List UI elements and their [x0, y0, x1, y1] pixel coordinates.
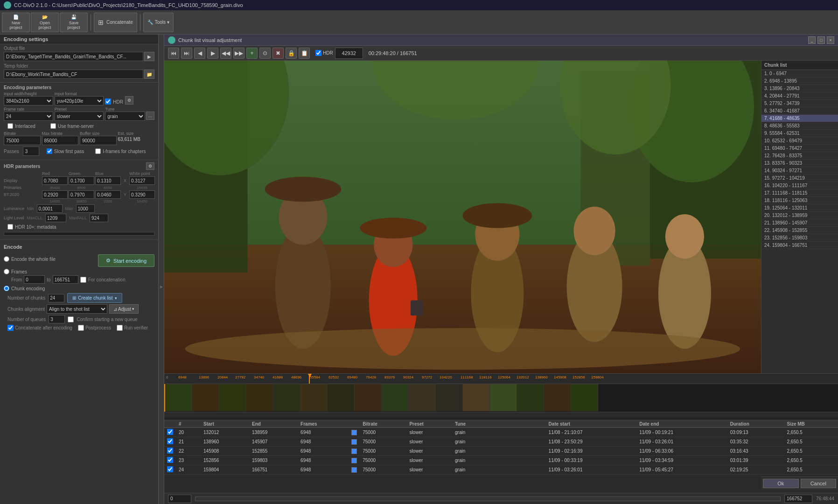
- chunk-list-item-20[interactable]: 20. 132012 - 138959: [761, 212, 838, 219]
- row-checkbox-2[interactable]: [167, 448, 173, 454]
- chunk-list-item-1[interactable]: 1. 0 - 6947: [761, 70, 838, 77]
- chunk-list-item-17[interactable]: 17. 111168 - 118115: [761, 189, 838, 197]
- tune-extra-button[interactable]: …: [146, 112, 154, 120]
- i-frames-checkbox[interactable]: [95, 148, 101, 154]
- frames-radio[interactable]: [4, 269, 9, 274]
- timeline-scrollbar[interactable]: [164, 412, 838, 418]
- chunk-list-item-12[interactable]: 12. 76428 - 83375: [761, 152, 838, 160]
- input-format-select[interactable]: yuv420p10le: [55, 96, 104, 105]
- green-x-input[interactable]: [69, 176, 94, 185]
- goto-first-button[interactable]: ⏮: [168, 48, 179, 59]
- window-maximize-button[interactable]: □: [817, 36, 825, 44]
- chunk-list-item-24[interactable]: 24. 159804 - 166751: [761, 242, 838, 249]
- output-file-browse-button[interactable]: ▶: [144, 52, 154, 61]
- row-checkbox-3[interactable]: [167, 457, 173, 463]
- table-row[interactable]: 24 159804 166751 6948 75000 slower grain…: [164, 465, 838, 475]
- chunk-list-item-4[interactable]: 4. 20844 - 27791: [761, 92, 838, 100]
- chunk-list-item-21[interactable]: 21. 138960 - 145907: [761, 219, 838, 227]
- adjust-button[interactable]: ⊿ Adjust ▾: [109, 304, 139, 314]
- new-project-button[interactable]: 📄 New project: [2, 13, 30, 32]
- chunk-radio[interactable]: [4, 286, 9, 291]
- chunk-list-item-3[interactable]: 3. 13896 - 20843: [761, 85, 838, 92]
- window-close-button[interactable]: ×: [827, 36, 834, 44]
- frame-server-checkbox[interactable]: [50, 123, 56, 129]
- row-checkbox-0[interactable]: [167, 429, 173, 435]
- preset-select[interactable]: slower: [55, 112, 104, 121]
- chunk-list-item-14[interactable]: 14. 90324 - 97271: [761, 167, 838, 175]
- chunk-list-item-22[interactable]: 22. 145908 - 152855: [761, 227, 838, 234]
- concat-after-checkbox[interactable]: [7, 325, 14, 331]
- prev-chunk-button[interactable]: ◀◀: [220, 48, 231, 59]
- player-hdr-checkbox[interactable]: [315, 50, 321, 56]
- postprocess-checkbox[interactable]: [78, 325, 84, 331]
- output-file-input[interactable]: [4, 52, 143, 61]
- prev-frame-button[interactable]: ◀: [194, 48, 205, 59]
- tune-select[interactable]: grain: [105, 112, 145, 121]
- goto-last-button[interactable]: ⏭: [181, 48, 192, 59]
- slow-first-pass-checkbox[interactable]: [47, 148, 52, 154]
- open-project-button[interactable]: 📂 Open project: [31, 13, 59, 32]
- copy-button[interactable]: ⊙: [259, 48, 271, 59]
- timeline-numbers-bar[interactable]: 0 6948 13896 20844 27792 34740 41688 486…: [164, 374, 838, 384]
- num-chunks-input[interactable]: [48, 294, 64, 302]
- to-input[interactable]: [53, 275, 78, 284]
- concatenate-button[interactable]: ⊞ Concatenate: [94, 13, 137, 32]
- next-chunk-button[interactable]: ▶▶: [233, 48, 244, 59]
- input-size-select[interactable]: 3840x2160: [4, 96, 53, 105]
- confirm-start-checkbox[interactable]: [68, 316, 74, 322]
- row-checkbox-1[interactable]: [167, 438, 173, 444]
- blue-x-input[interactable]: [95, 176, 121, 185]
- save-project-button[interactable]: 💾 Save project: [60, 13, 88, 32]
- white-x-input[interactable]: [129, 176, 155, 185]
- chunk-list-item-10[interactable]: 10. 62532 - 69479: [761, 137, 838, 145]
- chunk-list-item-6[interactable]: 6. 34740 - 41687: [761, 107, 838, 115]
- bottom-scrollbar[interactable]: [195, 497, 781, 501]
- maxfall-input[interactable]: [90, 214, 108, 222]
- lum-min-input[interactable]: [37, 204, 63, 213]
- run-verifier-checkbox[interactable]: [117, 325, 123, 331]
- table-row[interactable]: 23 152856 159803 6948 75000 slower grain…: [164, 456, 838, 465]
- hdr10-checkbox[interactable]: [7, 224, 13, 230]
- table-row[interactable]: 22 145908 152855 6948 75000 slower grain…: [164, 447, 838, 456]
- add-marker-button[interactable]: +: [246, 48, 258, 59]
- for-concat-checkbox[interactable]: [80, 277, 86, 283]
- chunk-list-item-11[interactable]: 11. 69480 - 76427: [761, 145, 838, 152]
- temp-folder-input[interactable]: [4, 70, 143, 79]
- chunk-list-item-8[interactable]: 8. 48636 - 55583: [761, 122, 838, 130]
- passes-input[interactable]: [23, 147, 39, 156]
- delete-marker-button[interactable]: ✖: [272, 48, 284, 59]
- red-y-input[interactable]: [42, 190, 68, 199]
- bottom-start-input[interactable]: [168, 495, 191, 503]
- chunk-list-item-2[interactable]: 2. 6948 - 13895: [761, 77, 838, 85]
- list-view-button[interactable]: 📋: [299, 48, 310, 59]
- green-y-input[interactable]: [69, 190, 94, 199]
- chunk-list-item-16[interactable]: 16. 104220 - 111167: [761, 182, 838, 189]
- table-row[interactable]: 21 138960 145907 6948 75000 slower grain…: [164, 437, 838, 447]
- chunk-list-item-13[interactable]: 13. 83376 - 90323: [761, 160, 838, 167]
- lock-button[interactable]: 🔒: [286, 48, 297, 59]
- window-minimize-button[interactable]: _: [808, 36, 816, 44]
- chunk-list-item-18[interactable]: 18. 118116 - 125063: [761, 197, 838, 204]
- frame-number-input[interactable]: [335, 48, 363, 59]
- create-chunk-list-button[interactable]: ⊞ Create chunk list ▾: [67, 293, 122, 303]
- bottom-end-input[interactable]: [784, 495, 812, 503]
- from-input[interactable]: [24, 275, 45, 284]
- chunk-list-item-19[interactable]: 19. 125064 - 132011: [761, 204, 838, 212]
- buffer-size-input[interactable]: [80, 136, 117, 145]
- frame-rate-select[interactable]: 24: [4, 112, 53, 121]
- chunk-list-item-5[interactable]: 5. 27792 - 34739: [761, 100, 838, 107]
- alignment-select[interactable]: Align to the shot list: [47, 304, 107, 314]
- lum-max-input[interactable]: [76, 204, 95, 213]
- tools-button[interactable]: 🔧 Tools ▾: [143, 13, 174, 32]
- maxcll-input[interactable]: [45, 214, 66, 222]
- hdr-params-config-button[interactable]: ⚙: [146, 162, 154, 170]
- bitrate-input[interactable]: [4, 136, 41, 145]
- white-y-input[interactable]: [129, 190, 155, 199]
- temp-folder-browse-button[interactable]: 📁: [144, 70, 154, 79]
- chunk-list-item-9[interactable]: 9. 55584 - 62531: [761, 130, 838, 137]
- hdr-checkbox[interactable]: [105, 98, 111, 105]
- whole-file-radio[interactable]: [4, 256, 9, 262]
- chunk-list-item-15[interactable]: 15. 97272 - 104219: [761, 175, 838, 182]
- max-bitrate-input[interactable]: [42, 136, 79, 145]
- interlaced-checkbox[interactable]: [7, 123, 13, 129]
